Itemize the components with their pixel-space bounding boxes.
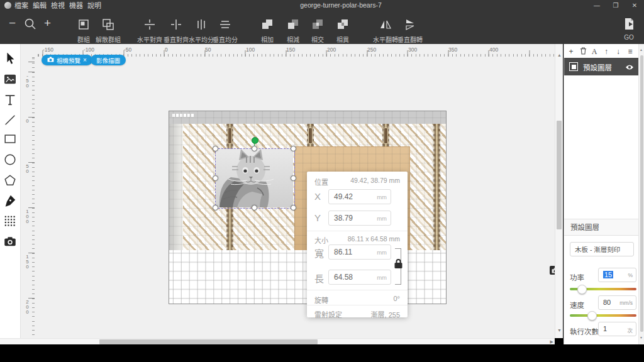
speed-value: 80 [603, 299, 611, 306]
boolean-subtract-icon [286, 18, 300, 34]
scroll-down-icon[interactable]: ▼ [557, 328, 562, 332]
aspect-lock-icon[interactable] [394, 258, 403, 270]
resize-handle-ne[interactable] [291, 146, 296, 151]
material-preset-dropdown[interactable]: 木板 - 漸層刻印 [570, 242, 634, 256]
speed-input[interactable]: 80 mm/s [598, 295, 636, 310]
move-layer-up-button[interactable]: ↑ [601, 47, 611, 56]
tab-close-icon[interactable]: × [83, 57, 87, 63]
layer-name: 預設圖層 [583, 62, 612, 72]
array-grid-tool[interactable] [3, 214, 17, 228]
layer-row-default[interactable]: 預設圖層 [564, 58, 638, 75]
layer-color-checkbox[interactable] [569, 62, 578, 71]
workarea-top-rail [169, 111, 446, 124]
zipper-strip [433, 124, 440, 250]
tool-palette [0, 44, 21, 344]
ellipse-tool[interactable] [3, 153, 17, 167]
main-toolbar: − + 縮放 群組 解散群組 水平對齊 垂直對齊 [0, 11, 644, 44]
menu-view[interactable]: 檢視 [51, 1, 65, 10]
document-title: george-turner-polar-bears-7 [259, 1, 423, 9]
resize-handle-se[interactable] [291, 205, 296, 211]
panel-scroll-up-icon[interactable]: ▲ [640, 48, 643, 52]
resize-handle-w[interactable] [213, 175, 218, 181]
height-input[interactable]: 64.58mm [328, 270, 391, 285]
resize-handle-e[interactable] [291, 175, 296, 181]
power-slider-thumb[interactable] [577, 285, 587, 294]
maximize-button[interactable]: ❐ [609, 1, 623, 11]
bottom-black-bar [0, 344, 644, 362]
rotation-handle[interactable] [252, 137, 258, 144]
layer-menu-button[interactable]: ≡ [625, 47, 635, 56]
speed-slider-thumb[interactable] [587, 311, 597, 321]
speed-label: 速度 [570, 300, 584, 310]
minimize-button[interactable]: — [590, 1, 604, 11]
vertical-scroll-thumb[interactable] [557, 121, 562, 229]
line-tool[interactable] [3, 113, 17, 127]
panel-scrollbar[interactable]: ▲ ▼ [638, 44, 644, 344]
bed-edge-strip [169, 124, 183, 250]
add-layer-button[interactable]: + [566, 47, 576, 56]
rename-layer-button[interactable]: A [589, 47, 599, 57]
boolean-union-icon [260, 18, 274, 34]
layer-visibility-eye-icon[interactable] [625, 62, 634, 74]
tab-camera-preview[interactable]: 相機預覽 × [42, 55, 92, 65]
menu-help[interactable]: 說明 [87, 1, 101, 10]
boolean-difference-icon [336, 18, 350, 34]
layer-settings-header: 預設圖層 [564, 219, 638, 236]
power-slider[interactable] [570, 288, 636, 290]
repeat-label: 執行次數 [570, 326, 599, 336]
size-label: 大小 [314, 235, 328, 245]
zoom-magnifier-icon[interactable] [23, 17, 37, 33]
selection-bounding-box[interactable] [215, 148, 295, 209]
menu-machine[interactable]: 機器 [69, 1, 83, 10]
image-tool[interactable] [3, 72, 17, 86]
beam-studio-window: 檔案 編輯 檢視 機器 說明 george-turner-polar-bears… [0, 0, 644, 362]
speed-slider[interactable] [570, 314, 636, 317]
y-input[interactable]: 38.79mm [328, 211, 391, 226]
menu-edit[interactable]: 編輯 [33, 1, 47, 10]
pen-tool[interactable] [3, 194, 17, 207]
height-label: 長 [314, 272, 324, 285]
resize-handle-nw[interactable] [213, 146, 218, 151]
canvas-vertical-scrollbar[interactable]: ▲ ▼ [555, 44, 563, 338]
panel-scroll-down-icon[interactable]: ▼ [640, 336, 643, 339]
laser-config-value[interactable]: 漸層, 255 [371, 309, 400, 319]
zipper-pull [228, 128, 232, 144]
scroll-right-icon[interactable]: ▶ [550, 339, 553, 344]
power-input[interactable]: 15 % [598, 268, 636, 282]
width-input[interactable]: 86.11mm [328, 244, 391, 260]
x-input[interactable]: 49.42mm [328, 189, 391, 204]
zoom-in-button[interactable]: + [44, 16, 51, 30]
camera-icon [47, 57, 54, 63]
resize-handle-s[interactable] [252, 205, 257, 211]
x-label: X [314, 191, 321, 202]
repeat-value: 1 [603, 325, 607, 332]
polygon-tool[interactable] [3, 173, 17, 187]
align-horizontal-icon [143, 18, 157, 34]
tab-image-trace[interactable]: 影像描圖 [91, 55, 126, 65]
menu-file[interactable]: 檔案 [14, 1, 28, 10]
close-button[interactable]: ✕ [628, 1, 641, 11]
repeat-input[interactable]: 1 次 [598, 322, 636, 336]
resize-handle-sw[interactable] [213, 205, 218, 211]
zoom-out-button[interactable]: − [9, 16, 16, 30]
flip-vertical-button[interactable]: 垂直翻轉 [392, 18, 428, 44]
boolean-difference-button[interactable]: 相異 [325, 18, 360, 44]
move-layer-down-button[interactable]: ↓ [613, 47, 623, 56]
select-tool[interactable] [3, 52, 17, 65]
align-vertical-icon [169, 18, 183, 34]
camera-tool[interactable] [3, 234, 17, 248]
distribute-horizontal-icon [194, 18, 208, 34]
go-button[interactable]: GO [611, 17, 644, 41]
zipper-pull [308, 128, 313, 144]
resize-handle-n[interactable] [252, 146, 257, 151]
rectangle-tool[interactable] [3, 132, 17, 146]
distribute-vertical-button[interactable]: 垂直均分 [208, 18, 243, 44]
scroll-up-icon[interactable]: ▲ [557, 53, 562, 57]
ungroup-button[interactable]: 解散群組 [91, 18, 126, 44]
delete-layer-button[interactable] [578, 47, 588, 57]
horizontal-scroll-thumb[interactable] [99, 339, 318, 344]
panel-scroll-thumb[interactable] [640, 55, 643, 332]
flip-horizontal-icon [379, 18, 392, 34]
text-tool[interactable] [3, 93, 17, 107]
app-logo-icon[interactable] [4, 2, 11, 9]
